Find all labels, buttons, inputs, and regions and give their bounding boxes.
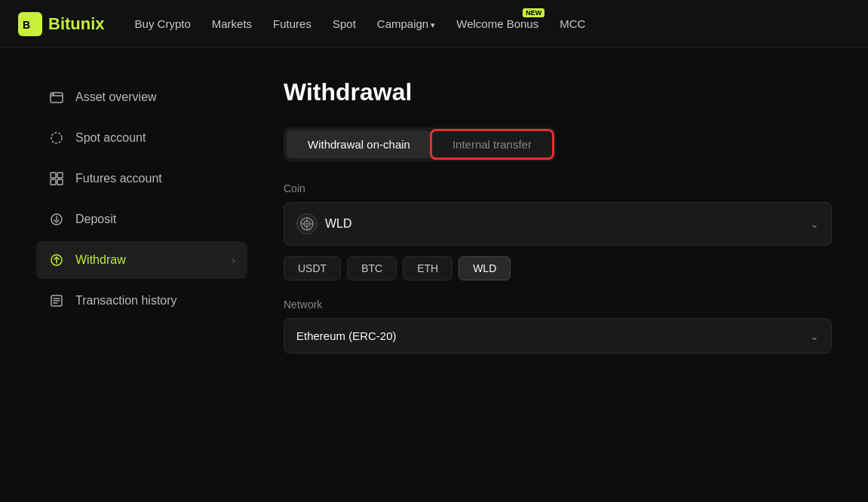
futures-icon bbox=[48, 170, 65, 187]
svg-rect-5 bbox=[51, 173, 56, 178]
tab-withdrawal-onchain[interactable]: Withdrawal on-chain bbox=[287, 130, 431, 158]
svg-rect-8 bbox=[57, 179, 63, 185]
sidebar-item-deposit[interactable]: Deposit bbox=[36, 200, 247, 238]
circle-dashed-icon bbox=[48, 130, 65, 146]
sidebar-label-deposit: Deposit bbox=[75, 213, 116, 226]
coin-dropdown[interactable]: WLD ⌄ bbox=[284, 202, 832, 246]
sidebar-item-asset-overview[interactable]: Asset overview bbox=[36, 78, 247, 116]
coin-chip-eth[interactable]: ETH bbox=[403, 256, 452, 280]
network-dropdown[interactable]: Ethereum (ERC-20) ⌄ bbox=[284, 318, 832, 354]
network-dropdown-value: Ethereum (ERC-20) bbox=[296, 329, 397, 342]
tab-row: Withdrawal on-chain Internal transfer bbox=[284, 127, 556, 161]
coin-chip-btc[interactable]: BTC bbox=[347, 256, 397, 280]
sidebar-label-spot-account: Spot account bbox=[75, 131, 146, 145]
svg-rect-7 bbox=[51, 179, 56, 185]
network-chevron-down-icon: ⌄ bbox=[810, 330, 819, 342]
svg-text:B: B bbox=[23, 19, 30, 31]
tab-internal-transfer[interactable]: Internal transfer bbox=[431, 130, 553, 158]
main-content: Asset overview Spot account Futures acco… bbox=[0, 48, 868, 378]
sidebar-item-withdraw[interactable]: Withdraw › bbox=[36, 241, 247, 279]
content-area: Withdrawal Withdrawal on-chain Internal … bbox=[284, 72, 832, 354]
wallet-icon bbox=[48, 89, 65, 106]
wld-icon bbox=[296, 213, 317, 234]
sidebar-item-transaction-history[interactable]: Transaction history bbox=[36, 282, 247, 320]
nav-futures[interactable]: Futures bbox=[273, 17, 311, 30]
coin-chip-usdt[interactable]: USDT bbox=[284, 256, 341, 280]
deposit-icon bbox=[48, 211, 65, 228]
history-icon bbox=[48, 292, 65, 309]
svg-point-4 bbox=[51, 133, 62, 143]
header: B Bitunix Buy Crypto Markets Futures Spo… bbox=[0, 0, 868, 48]
main-nav: Buy Crypto Markets Futures Spot Campaign… bbox=[135, 17, 586, 30]
network-label: Network bbox=[284, 298, 832, 311]
chevron-down-icon: ⌄ bbox=[810, 218, 819, 230]
coin-chip-wld[interactable]: WLD bbox=[459, 256, 511, 280]
sidebar-label-transaction-history: Transaction history bbox=[75, 294, 177, 308]
page-title: Withdrawal bbox=[284, 78, 832, 106]
quick-coin-chips: USDT BTC ETH WLD bbox=[284, 256, 832, 280]
new-badge: NEW bbox=[523, 8, 544, 17]
sidebar-item-spot-account[interactable]: Spot account bbox=[36, 119, 247, 157]
logo[interactable]: B Bitunix bbox=[18, 12, 105, 36]
sidebar: Asset overview Spot account Futures acco… bbox=[36, 72, 247, 354]
coin-label: Coin bbox=[284, 182, 832, 194]
nav-spot[interactable]: Spot bbox=[333, 17, 356, 30]
nav-mcc[interactable]: MCC bbox=[560, 17, 585, 30]
nav-welcome-bonus[interactable]: Welcome Bonus NEW bbox=[456, 17, 538, 30]
nav-markets[interactable]: Markets bbox=[212, 17, 252, 30]
sidebar-label-futures-account: Futures account bbox=[75, 172, 162, 185]
svg-point-3 bbox=[52, 93, 54, 96]
sidebar-item-futures-account[interactable]: Futures account bbox=[36, 160, 247, 197]
nav-buy-crypto[interactable]: Buy Crypto bbox=[135, 17, 191, 30]
withdraw-icon bbox=[48, 252, 65, 268]
nav-campaign[interactable]: Campaign bbox=[377, 17, 435, 30]
coin-dropdown-value: WLD bbox=[296, 213, 352, 234]
svg-rect-6 bbox=[57, 173, 63, 178]
chevron-right-icon: › bbox=[232, 254, 235, 266]
sidebar-label-asset-overview: Asset overview bbox=[75, 90, 157, 104]
sidebar-label-withdraw: Withdraw bbox=[75, 253, 126, 267]
